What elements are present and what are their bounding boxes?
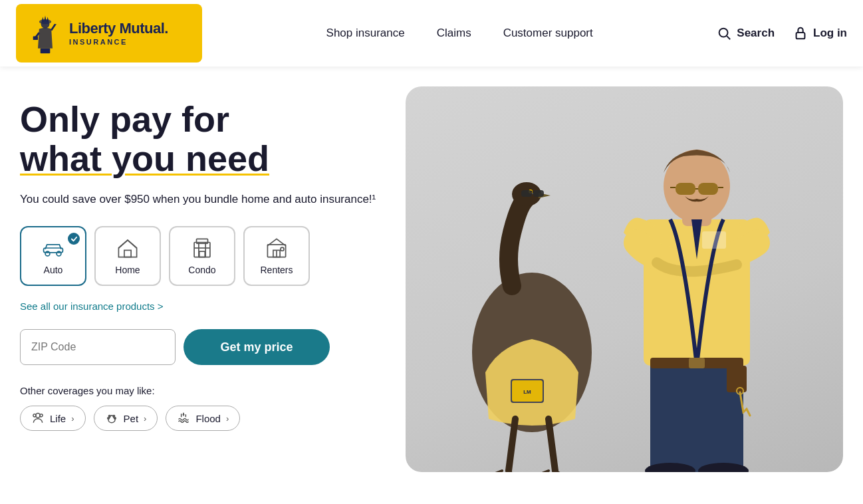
svg-rect-18: [194, 243, 210, 257]
nav-shop-insurance[interactable]: Shop insurance: [326, 27, 405, 40]
svg-rect-40: [521, 190, 532, 197]
main-nav: Shop insurance Claims Customer support: [326, 27, 593, 40]
emu-figure: LM: [445, 166, 618, 472]
svg-rect-12: [797, 33, 805, 39]
chip-pet[interactable]: Pet ›: [94, 406, 158, 431]
pet-icon: [105, 412, 118, 425]
svg-point-27: [281, 247, 284, 251]
svg-rect-23: [199, 251, 205, 257]
svg-rect-41: [533, 190, 544, 197]
hero-image: LM: [406, 86, 843, 472]
tab-auto-label: Auto: [44, 265, 63, 275]
man-figure: [604, 113, 790, 472]
tab-condo-label: Condo: [188, 265, 215, 275]
chip-pet-arrow: ›: [144, 414, 146, 424]
svg-point-10: [719, 29, 728, 37]
svg-point-30: [33, 414, 36, 417]
svg-text:LM: LM: [523, 389, 531, 395]
svg-marker-16: [118, 240, 136, 257]
main-content: Only pay for what you need You could sav…: [0, 66, 863, 504]
svg-rect-63: [702, 231, 726, 249]
header: Liberty Mutual. INSURANCE Shop insurance…: [0, 0, 863, 66]
svg-rect-52: [698, 183, 718, 195]
search-icon: [717, 26, 731, 41]
headline: Only pay for what you need: [20, 100, 392, 179]
svg-line-11: [727, 36, 730, 39]
tab-auto[interactable]: Auto: [20, 226, 86, 286]
login-button[interactable]: Log in: [793, 26, 847, 41]
tab-renters-label: Renters: [260, 265, 293, 275]
nav-customer-support[interactable]: Customer support: [503, 27, 593, 40]
chip-pet-label: Pet: [124, 413, 139, 424]
headline-line2: what you need: [20, 138, 269, 178]
svg-rect-17: [124, 251, 131, 257]
nav-claims[interactable]: Claims: [437, 27, 471, 40]
svg-point-34: [114, 418, 116, 420]
logo[interactable]: Liberty Mutual. INSURANCE: [16, 4, 202, 63]
life-icon: [31, 412, 45, 425]
other-coverages-label: Other coverages you may like:: [20, 385, 392, 396]
condo-icon: [191, 237, 213, 259]
renters-icon: [265, 237, 288, 259]
header-actions: Search Log in: [717, 26, 847, 41]
svg-point-29: [40, 414, 43, 417]
login-label: Log in: [813, 27, 847, 40]
logo-name: Liberty Mutual.: [69, 21, 168, 37]
hero-background: LM: [406, 86, 843, 472]
search-label: Search: [737, 27, 775, 40]
svg-line-43: [509, 419, 515, 471]
svg-rect-8: [33, 37, 38, 40]
headline-line1: Only pay for: [20, 99, 229, 139]
tab-home[interactable]: Home: [94, 226, 161, 286]
svg-point-4: [41, 20, 50, 29]
liberty-mutual-logo-icon: [28, 12, 62, 55]
svg-point-6: [54, 19, 59, 24]
chip-flood-arrow: ›: [226, 414, 229, 424]
car-icon: [42, 237, 64, 259]
svg-rect-51: [676, 183, 695, 195]
svg-line-44: [549, 419, 555, 471]
svg-point-32: [113, 416, 115, 418]
svg-rect-9: [41, 49, 51, 53]
tab-home-label: Home: [115, 265, 140, 275]
chip-life[interactable]: Life ›: [20, 406, 86, 431]
svg-point-31: [108, 416, 110, 418]
svg-marker-35: [183, 413, 185, 415]
chip-life-label: Life: [50, 413, 66, 424]
home-icon: [116, 237, 139, 259]
logo-text: Liberty Mutual. INSURANCE: [69, 21, 168, 46]
logo-sub: INSURANCE: [69, 38, 168, 46]
zip-input[interactable]: [20, 329, 176, 365]
tab-condo[interactable]: Condo: [169, 226, 235, 286]
chip-flood[interactable]: Flood ›: [166, 406, 240, 431]
svg-point-33: [107, 418, 109, 420]
search-button[interactable]: Search: [717, 26, 775, 41]
see-all-products-link[interactable]: See all our insurance products >: [20, 301, 164, 312]
subtext: You could save over $950 when you bundle…: [20, 191, 392, 208]
flood-icon: [177, 412, 190, 425]
insurance-tabs: Auto Home: [20, 226, 392, 286]
get-price-button[interactable]: Get my price: [184, 329, 330, 365]
svg-rect-58: [689, 358, 705, 368]
zip-row: Get my price: [20, 329, 392, 365]
chip-flood-label: Flood: [195, 413, 221, 424]
svg-rect-59: [727, 366, 747, 392]
left-panel: Only pay for what you need You could sav…: [20, 93, 406, 431]
auto-check-badge: [68, 233, 80, 245]
coverage-chips: Life › Pet ›: [20, 406, 392, 431]
chip-life-arrow: ›: [71, 414, 74, 424]
lock-icon: [793, 26, 808, 41]
tab-renters[interactable]: Renters: [243, 226, 310, 286]
